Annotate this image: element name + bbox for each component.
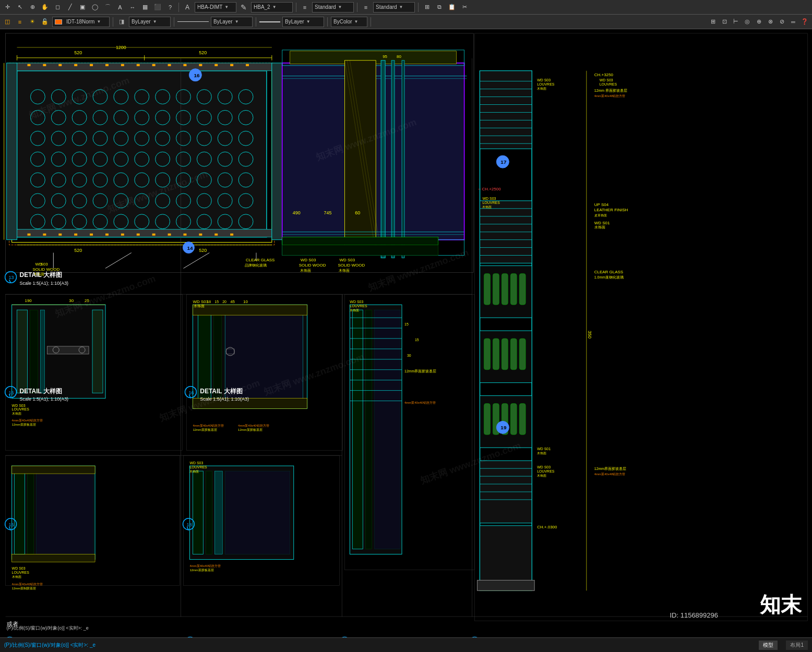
osnap-icon[interactable]: ⊕ (754, 17, 764, 27)
svg-text:12mm界面胶玻基层: 12mm界面胶玻基层 (404, 369, 436, 373)
pointer-tool-icon[interactable]: ↖ (15, 2, 25, 13)
lw-icon[interactable]: ═ (788, 17, 798, 27)
layer-dropdown[interactable]: IDT-18Norm ▼ (52, 17, 110, 27)
svg-text:木饰面: 木饰面 (12, 575, 21, 578)
layer-icon[interactable]: ◫ (2, 17, 13, 27)
layer-color-swatch (55, 19, 62, 25)
model-tab[interactable]: 模型 (759, 641, 778, 650)
linetype-dropdown2[interactable]: ByLayer ▼ (282, 17, 324, 27)
svg-rect-102 (214, 64, 218, 66)
hba-dimt-label: HBA-DIMT (197, 4, 222, 10)
sep2 (296, 3, 296, 12)
color-dropdown[interactable]: ByLayer ▼ (129, 17, 171, 27)
copy-icon[interactable]: ⧉ (434, 2, 445, 13)
line-tool-icon[interactable]: ╱ (65, 2, 75, 13)
svg-text:12mm某制胶基层: 12mm某制胶基层 (12, 586, 37, 590)
svg-text:WD  S03: WD S03 (482, 197, 496, 200)
sep8 (327, 17, 328, 27)
plotstyle-dropdown[interactable]: ByColor ▼ (331, 17, 367, 27)
zoom-tool-icon[interactable]: ⊕ (27, 2, 38, 13)
dim-tool-icon[interactable]: ↔ (127, 2, 138, 13)
layer-name: IDT-18Norm (66, 19, 94, 25)
svg-rect-332 (27, 471, 33, 554)
ortho-icon[interactable]: ⊢ (731, 17, 741, 27)
hatch-tool-icon[interactable]: ▦ (140, 2, 150, 13)
layer-freeze-icon[interactable]: ☀ (27, 17, 38, 27)
svg-rect-262 (30, 310, 38, 393)
standard-dropdown1[interactable]: Standard ▼ (312, 2, 354, 13)
svg-text:或者: 或者 (7, 621, 18, 627)
svg-rect-287 (193, 305, 307, 315)
cut-icon[interactable]: ✂ (459, 2, 470, 13)
svg-text:DETAIL 大样图: DETAIL 大样图 (20, 388, 62, 395)
svg-rect-309 (352, 310, 363, 549)
layout1-tab[interactable]: 布局1 (786, 641, 808, 650)
svg-text:15: 15 (404, 322, 409, 326)
cad-canvas-area[interactable]: 知末网 www.znzmo.com 知末网 www.znzmo.com 知末网 … (0, 29, 812, 637)
block-tool-icon[interactable]: ⬛ (152, 2, 163, 13)
svg-text:木饰面: 木饰面 (300, 269, 311, 272)
help-icon[interactable]: ? (165, 2, 175, 13)
paste-icon[interactable]: 📋 (447, 2, 457, 13)
dimstyle-icon[interactable]: ≡ (361, 2, 371, 13)
svg-text:520: 520 (74, 50, 82, 55)
svg-rect-100 (183, 64, 186, 66)
dynin-icon[interactable]: ⊘ (777, 17, 787, 27)
svg-line-128 (105, 253, 132, 269)
text-tool-icon[interactable]: A (115, 2, 125, 13)
svg-text:4mm某40x40铝挂方管: 4mm某40x40铝挂方管 (189, 564, 221, 568)
cursor-tool-icon[interactable]: ✛ (2, 2, 13, 13)
svg-rect-145 (381, 61, 385, 258)
standard1-label: Standard (315, 4, 336, 10)
svg-text:(P)/比例(S)/窗口(w)/对象(o)] <实时>: _: (P)/比例(S)/窗口(w)/对象(o)] <实时>: _e (7, 625, 89, 631)
svg-text:LOUVRES: LOUVRES (537, 469, 555, 473)
command-line: (P)/比例(S)/窗口(w)/对象(o)] <实时>: _e (4, 642, 95, 649)
hba-dimt-dropdown[interactable]: HBA-DIMT ▼ (195, 2, 236, 13)
svg-text:12mm某胶板基层: 12mm某胶板基层 (238, 428, 262, 431)
svg-text:LOUVRES: LOUVRES (537, 82, 555, 86)
svg-text:17: 17 (500, 159, 507, 165)
pan-tool-icon[interactable]: ✋ (40, 2, 50, 13)
svg-text:LOUVRES: LOUVRES (600, 82, 617, 86)
svg-text:14: 14 (187, 245, 193, 251)
svg-rect-1 (17, 71, 267, 237)
svg-rect-123 (7, 63, 17, 240)
qp-icon[interactable]: ❓ (799, 17, 810, 27)
svg-rect-98 (152, 64, 156, 66)
more-icons[interactable]: ⊞ (422, 2, 432, 13)
svg-text:DETAIL 大样图: DETAIL 大样图 (200, 388, 242, 395)
svg-rect-115 (168, 234, 171, 236)
sep9 (371, 17, 371, 27)
svg-text:4mm某40x40铝挂方管: 4mm某40x40铝挂方管 (404, 401, 436, 404)
hba2-dropdown[interactable]: HBA_2 ▼ (251, 2, 293, 13)
style-icon[interactable]: ≡ (300, 2, 310, 13)
standard-dropdown2[interactable]: Standard ▼ (373, 2, 415, 13)
grid-icon[interactable]: ⊡ (719, 17, 730, 27)
svg-text:品牌钢化玻璃: 品牌钢化玻璃 (245, 263, 267, 267)
svg-text:木饰面: 木饰面 (12, 412, 21, 415)
svg-rect-106 (27, 234, 30, 236)
circle-tool-icon[interactable]: ◯ (90, 2, 100, 13)
layer-lock-icon[interactable]: 🔓 (40, 17, 50, 27)
polar-icon[interactable]: ◎ (742, 17, 753, 27)
svg-text:16: 16 (188, 390, 194, 395)
select-tool-icon[interactable]: ◻ (52, 2, 63, 13)
arc-tool-icon[interactable]: ⌒ (102, 2, 113, 13)
lt2-arrow: ▼ (306, 19, 311, 24)
lt1-arrow: ▼ (235, 19, 239, 24)
svg-text:1.0mm某钢化玻璃: 1.0mm某钢化玻璃 (594, 275, 624, 279)
otrack-icon[interactable]: ⊗ (765, 17, 775, 27)
svg-rect-91 (43, 64, 46, 66)
linetype-dropdown1[interactable]: ByLayer ▼ (211, 17, 253, 27)
svg-rect-93 (74, 64, 77, 66)
snap-icon[interactable]: ⊞ (708, 17, 718, 27)
svg-rect-261 (17, 310, 28, 393)
dd1-icon[interactable]: ✎ (238, 2, 249, 13)
rect-tool-icon[interactable]: ▣ (77, 2, 88, 13)
right-toolbar-icons: ⊞ ⊡ ⊢ ◎ ⊕ ⊗ ⊘ ═ ❓ (708, 17, 810, 27)
svg-text:4mm某40x40铝挂方管: 4mm某40x40铝挂方管 (594, 94, 626, 98)
svg-text:WD  S03: WD S03 (193, 299, 208, 304)
color-icon[interactable]: ◨ (116, 17, 127, 27)
svg-rect-147 (402, 61, 404, 258)
layer-manager-icon[interactable]: ≡ (15, 17, 25, 27)
